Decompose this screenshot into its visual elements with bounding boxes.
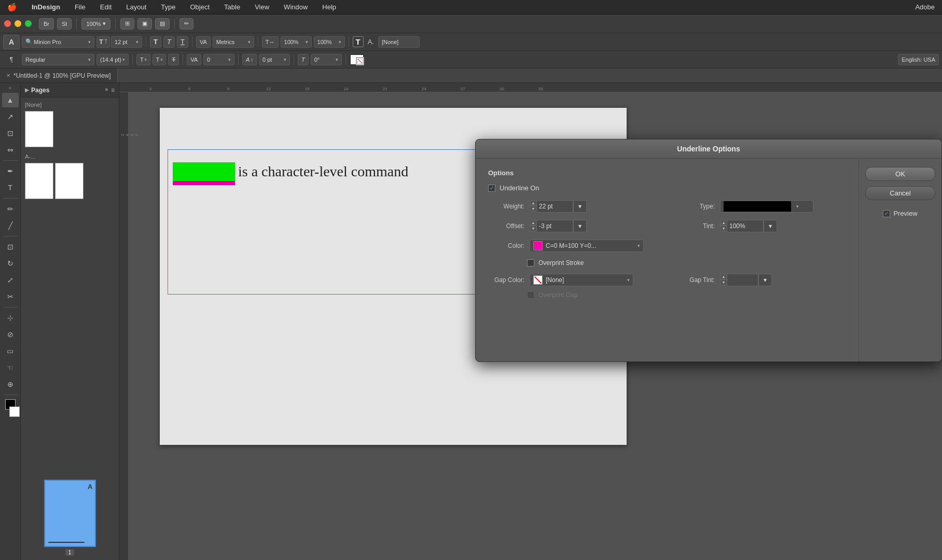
type-menu[interactable]: Type [158,2,178,12]
superscript-btn[interactable]: Ts [136,54,150,65]
tint-stepper[interactable]: ▲ ▼ [720,220,727,232]
font-size-field[interactable]: 12 pt ▾ [111,36,142,48]
pages-panel-expand-icon[interactable]: » [105,87,108,94]
gap-tint-input[interactable] [727,274,758,286]
rectangle-frame-tool[interactable]: ⊡ [2,240,19,254]
gap-color-field[interactable]: [None] ▾ [530,274,633,286]
offset-input[interactable]: -3 pt [537,220,573,232]
selection-tool[interactable]: ▲ [2,93,19,107]
tint-stepper-up[interactable]: ▲ [720,220,727,226]
maximize-window-btn[interactable] [25,20,32,27]
tint-input[interactable]: 100% [727,220,764,232]
underline-on-checkbox[interactable] [488,185,495,192]
master-page-none[interactable] [25,111,53,147]
bold-btn[interactable]: T [150,36,161,48]
table-menu[interactable]: Table [221,2,243,12]
char-style-T[interactable]: T [353,36,364,47]
panel-expand-icon[interactable]: ▶ [25,87,29,93]
apple-menu[interactable]: 🍎 [4,2,20,13]
none-style-field[interactable]: [None] [378,36,420,48]
leading-field[interactable]: (14.4 pt) ▾ [96,54,129,65]
weight-stepper[interactable]: ▲ ▼ [530,200,537,213]
scale-tool[interactable]: ⤢ [2,273,19,287]
stock-button[interactable]: St [57,18,72,30]
line-tool[interactable]: ╱ [2,218,19,233]
zoom-tool[interactable]: ⊕ [2,377,19,391]
underline-char-btn[interactable]: T [177,36,188,48]
file-menu[interactable]: File [72,2,89,12]
document-tab[interactable]: ✕ *Untitled-1 @ 100% [GPU Preview] [0,68,118,82]
view-options-btn[interactable]: ▣ [137,18,152,30]
app-name[interactable]: InDesign [29,2,63,12]
weight-input[interactable]: 22 pt [537,200,573,213]
help-menu[interactable]: Help [319,2,339,12]
scissors-tool[interactable]: ✂ [2,289,19,304]
pen-tool[interactable]: ✒ [2,164,19,178]
all-caps-btn[interactable]: T [168,54,179,65]
tint-stepper-down[interactable]: ▼ [720,226,727,231]
page-1-preview[interactable]: A [44,480,96,547]
subscript-btn[interactable]: Ts [153,54,167,65]
pages-panel-menu-icon[interactable]: ≡ [111,87,115,94]
master-page-a-left[interactable] [25,163,53,199]
font-family-field[interactable]: 🔍 Minion Pro ▾ [22,36,94,48]
pencil-tool[interactable]: ✏ [2,202,19,216]
lang-field[interactable]: English: USA [898,54,939,65]
arrange-pages-btn[interactable]: ⊞ [120,18,134,30]
stroke-color-swatch[interactable] [9,407,20,417]
object-menu[interactable]: Object [187,2,213,12]
tracking-field[interactable]: 0 ▾ [203,54,234,65]
pencil-btn[interactable]: ✏ [179,18,193,30]
gap-tint-stepper-down[interactable]: ▼ [720,279,727,285]
rotation-field[interactable]: 0° ▾ [311,54,342,65]
offset-stepper-down[interactable]: ▼ [530,226,537,231]
offset-dropdown[interactable]: ▾ [573,220,587,232]
gap-tint-stepper[interactable]: ▲ ▼ [720,274,727,286]
overprint-stroke-checkbox[interactable] [527,259,534,267]
gap-tint-dropdown[interactable]: ▾ [758,274,772,286]
screen-mode-btn[interactable]: ▤ [155,18,170,30]
panel-collapse[interactable]: « [9,85,12,91]
v-scale-field[interactable]: 100% ▾ [314,36,345,48]
type-tool-indicator[interactable]: A [3,35,20,49]
para-tool-indicator[interactable]: ¶ [3,52,20,67]
direct-select-tool[interactable]: ↗ [2,109,19,124]
master-page-a-right[interactable] [55,163,84,199]
page-tool[interactable]: ⊡ [2,126,19,141]
char-style-A[interactable]: A. [366,38,376,46]
tab-close-btn[interactable]: ✕ [6,73,10,78]
gradient-tool[interactable]: ▭ [2,344,19,358]
adobe-menu[interactable]: Adobe [912,2,938,12]
minimize-window-btn[interactable] [15,20,21,27]
color-field[interactable]: C=0 M=100 Y=0... ▾ [530,240,644,252]
gap-tint-stepper-up[interactable]: ▲ [720,274,727,279]
close-window-btn[interactable] [4,20,11,27]
type-field[interactable]: ▾ [720,200,813,213]
ok-button[interactable]: OK [865,167,935,181]
eyedropper-tool[interactable]: ⊘ [2,327,19,342]
h-scale-field[interactable]: 100% ▾ [281,36,312,48]
weight-stepper-down[interactable]: ▼ [530,206,537,212]
weight-stepper-up[interactable]: ▲ [530,200,537,206]
offset-stepper-up[interactable]: ▲ [530,220,537,226]
type-tool[interactable]: T [2,180,19,195]
hand-tool[interactable]: ☜ [2,360,19,375]
edit-menu[interactable]: Edit [97,2,115,12]
text-color-swatch[interactable] [350,54,364,65]
offset-stepper[interactable]: ▲ ▼ [530,220,537,232]
gap-tool[interactable]: ⇔ [2,143,19,157]
weight-dropdown[interactable]: ▾ [573,200,587,213]
bridge-button[interactable]: Br [39,18,54,30]
preview-checkbox[interactable] [883,210,890,217]
kerning-field[interactable]: Metrics ▾ [213,36,254,48]
rotate-tool[interactable]: ↻ [2,256,19,271]
font-style-field[interactable]: Regular ▾ [22,54,94,65]
window-menu[interactable]: Window [281,2,311,12]
overprint-gap-checkbox[interactable] [527,291,534,299]
free-transform-tool[interactable]: ⊹ [2,311,19,325]
zoom-level[interactable]: 100% ▾ [81,18,110,30]
cancel-button[interactable]: Cancel [865,186,935,200]
tint-dropdown[interactable]: ▾ [764,220,777,232]
baseline-field[interactable]: 0 pt ▾ [259,54,290,65]
italic-btn[interactable]: T [163,36,175,48]
